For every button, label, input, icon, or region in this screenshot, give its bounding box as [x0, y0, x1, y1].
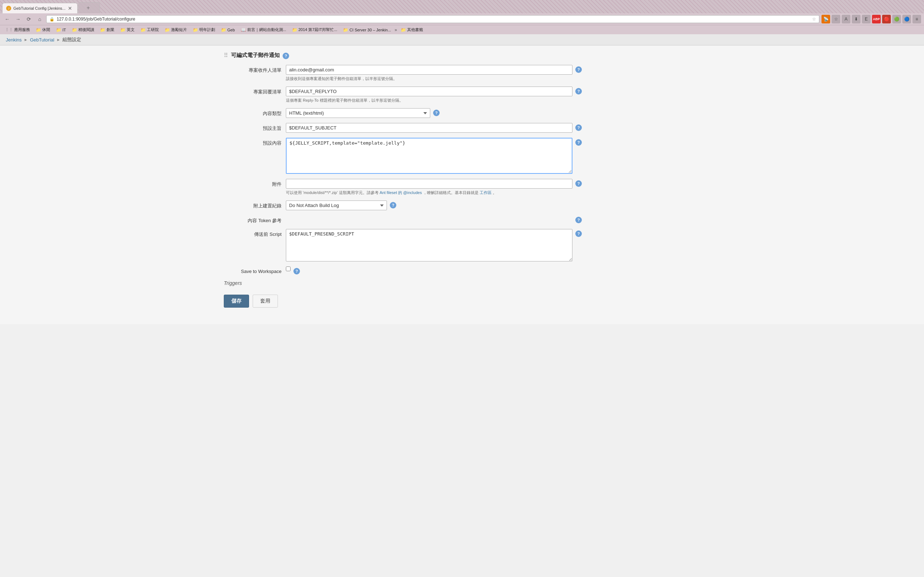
content-token-field: ?	[286, 215, 582, 223]
bookmark-apps[interactable]: ⋮⋮ 應用服務	[3, 26, 32, 33]
ext4-icon[interactable]: 🔵	[902, 15, 911, 23]
recipient-input[interactable]	[286, 65, 572, 75]
folder-icon-6: 📁	[165, 27, 170, 32]
bookmark-ci-server[interactable]: 📁 CI Server 30 – Jenkin...	[341, 27, 393, 33]
rss-icon[interactable]: 📡	[822, 15, 830, 23]
folder-icon-8: 📁	[221, 27, 226, 32]
breadcrumb-jenkins[interactable]: Jenkins	[6, 37, 22, 43]
content-token-inner: ?	[286, 215, 582, 223]
new-tab-button[interactable]: +	[78, 2, 100, 13]
download-icon[interactable]: ⬇	[852, 15, 861, 23]
attachment-help-icon[interactable]: ?	[575, 180, 582, 187]
bookmark-itri[interactable]: 📁 工研院	[138, 26, 161, 33]
active-tab[interactable]: J GebTutorial Config [Jenkins... ✕	[2, 3, 78, 13]
menu-icon[interactable]: ≡	[913, 15, 921, 23]
bookmark-label-2: 稍後閱讀	[78, 27, 94, 32]
content-type-field: HTML (text/html) Plain Text (text/plain)…	[286, 108, 582, 118]
bookmark-ithelp[interactable]: 📁 2014 第7屆IT邦幫忙...	[290, 26, 340, 33]
attachment-help-link2[interactable]: 工作區	[480, 190, 492, 195]
save-to-workspace-field: ?	[286, 266, 582, 274]
bookmark-label-4: 英文	[127, 27, 135, 32]
tab-close-button[interactable]: ✕	[68, 5, 72, 11]
bookmark-label-12: 其他書籤	[407, 27, 423, 32]
recipient-help-text: 該接收到這個專案通知的電子郵件信箱清單，以半形逗號分隔。	[286, 76, 582, 82]
bookmark-label-8: Geb	[228, 28, 235, 32]
bookmark-leisure[interactable]: 📁 休閒	[34, 26, 52, 33]
home-button[interactable]: ⌂	[36, 15, 44, 23]
save-button[interactable]: 儲存	[224, 295, 249, 308]
bookmark-star-icon[interactable]: ☆	[812, 16, 816, 22]
default-content-help-icon[interactable]: ?	[575, 139, 582, 146]
bookmark-startup[interactable]: 📁 創業	[98, 26, 116, 33]
bookmark-motivation[interactable]: 📁 激勵短片	[162, 26, 189, 33]
save-to-workspace-row: Save to Workspace ?	[224, 266, 700, 274]
star-icon[interactable]: ☆	[832, 15, 840, 23]
folder-icon-0: 📁	[36, 27, 41, 32]
abp-icon[interactable]: ABP	[872, 15, 881, 23]
tab-title: GebTutorial Config [Jenkins...	[13, 6, 66, 10]
save-to-workspace-check-row: ?	[286, 266, 582, 274]
reply-to-row: 專案回覆清單 ? 這個專案 Reply-To 標題裡的電子郵件信箱清單，以半形逗…	[224, 87, 700, 103]
bookmark-label-9: 前言｜網站自動化測...	[247, 27, 286, 32]
address-box[interactable]: 🔒 127.0.0.1:9095/job/GebTutorial/configu…	[46, 15, 819, 23]
save-to-workspace-checkbox[interactable]	[286, 266, 291, 271]
back-button[interactable]: ←	[3, 15, 11, 23]
bookmark-label-5: 工研院	[147, 27, 159, 32]
page-content: Jenkins ► GebTutorial ► 組態設定 ⠿ 可編式電子郵件通知…	[0, 34, 924, 324]
ext2-icon[interactable]: 🔴	[882, 15, 891, 23]
bookmark-preface[interactable]: 📖 前言｜網站自動化測...	[239, 26, 288, 33]
reply-to-help-icon[interactable]: ?	[575, 88, 582, 95]
reply-to-input[interactable]	[286, 87, 572, 96]
bookmark-english[interactable]: 📁 英文	[118, 26, 137, 33]
button-row: 儲存 套用	[224, 295, 700, 318]
bookmark-next-year[interactable]: 📁 明年計劃	[191, 26, 217, 33]
attachment-help-prefix: 可以使用 'module/dist/**/*.zip' 這類萬用字元。請參考	[286, 190, 380, 195]
save-to-workspace-help-icon[interactable]: ?	[294, 268, 300, 274]
drag-handle-icon: ⠿	[224, 52, 228, 59]
content-type-help-icon[interactable]: ?	[433, 110, 439, 116]
content-token-row: 內容 Token 參考 ?	[224, 215, 700, 224]
address-text: 127.0.0.1:9095/job/GebTutorial/configure	[57, 16, 810, 22]
forward-button[interactable]: →	[14, 15, 23, 23]
bookmark-label-10: 2014 第7屆IT邦幫忙...	[299, 27, 338, 32]
bookmark-geb[interactable]: 📁 Geb	[219, 27, 237, 33]
presend-script-help-icon[interactable]: ?	[575, 230, 582, 237]
folder-icon-1: 📁	[56, 27, 61, 32]
folder-icon-7: 📁	[193, 27, 198, 32]
attach-build-log-help-icon[interactable]: ?	[390, 202, 396, 208]
breadcrumb-gebtutorial[interactable]: GebTutorial	[30, 37, 54, 43]
attach-build-log-select-row: Do Not Attach Build Log Attach Build Log…	[286, 200, 582, 210]
section-title: 可編式電子郵件通知	[231, 52, 280, 59]
ext3-icon[interactable]: 🟢	[892, 15, 901, 23]
subject-input[interactable]	[286, 123, 572, 133]
content-type-select[interactable]: HTML (text/html) Plain Text (text/plain)…	[286, 108, 430, 118]
reload-button[interactable]: ⟳	[24, 15, 33, 23]
apply-button[interactable]: 套用	[253, 295, 278, 308]
content-token-help-icon[interactable]: ?	[575, 217, 582, 223]
default-content-textarea[interactable]: ${JELLY_SCRIPT,template="template.jelly"…	[286, 138, 572, 174]
recipient-help-icon[interactable]: ?	[575, 66, 582, 73]
section-help-icon[interactable]: ?	[283, 53, 289, 59]
translate-icon[interactable]: A	[842, 15, 850, 23]
bookmark-it[interactable]: 📁 IT	[54, 27, 68, 33]
bookmark-label-7: 明年計劃	[199, 27, 215, 32]
content-type-label: 內容類型	[224, 108, 281, 117]
subject-row: 預設主旨 ?	[224, 123, 700, 133]
triggers-section: Triggers	[224, 280, 700, 286]
save-to-workspace-checkbox-row	[286, 266, 291, 271]
breadcrumb-sep-1: ►	[24, 37, 28, 42]
subject-label: 預設主旨	[224, 123, 281, 132]
attachment-help-link[interactable]: Ant fileset 的 @includes	[380, 190, 422, 195]
folder-icon-10: 📁	[292, 27, 297, 32]
subject-help-icon[interactable]: ?	[575, 124, 582, 131]
attachment-label: 附件	[224, 179, 281, 187]
bookmark-other[interactable]: 📁 其他書籤	[399, 26, 425, 33]
ext1-icon[interactable]: E	[862, 15, 871, 23]
more-bookmarks-button[interactable]: »	[394, 27, 397, 32]
attachment-input[interactable]	[286, 179, 572, 189]
presend-script-textarea[interactable]: $DEFAULT_PRESEND_SCRIPT	[286, 229, 572, 261]
attachment-input-row: ?	[286, 179, 582, 189]
form-container: ⠿ 可編式電子郵件通知 ? 專案收件人清單 ? 該接收到這個專案通知的電子郵件信…	[209, 45, 715, 324]
attach-build-log-select[interactable]: Do Not Attach Build Log Attach Build Log…	[286, 200, 387, 210]
bookmark-read-later[interactable]: 📁 稍後閱讀	[69, 26, 96, 33]
